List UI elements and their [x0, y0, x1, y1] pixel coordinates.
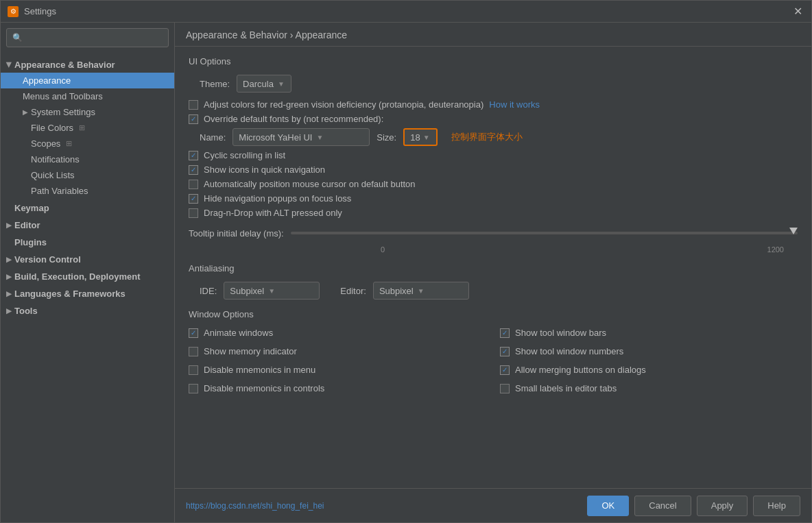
auto-position-label: Automatically position mouse cursor on d… [204, 179, 416, 189]
sidebar-item-file-colors[interactable]: File Colors ⊞ [1, 120, 174, 136]
breadcrumb: Appearance & Behavior › Appearance [175, 23, 811, 47]
sidebar-item-languages-frameworks[interactable]: ▶ Languages & Frameworks [1, 284, 174, 302]
animate-windows-label: Animate windows [204, 328, 273, 338]
sidebar-item-scopes[interactable]: Scopes ⊞ [1, 136, 174, 151]
show-memory-row: Show memory indicator [189, 346, 486, 356]
disable-mnemonics-controls-checkbox[interactable] [189, 384, 198, 393]
animate-windows-checkbox[interactable] [189, 328, 198, 338]
size-label: Size: [377, 132, 396, 143]
sidebar-item-keymap[interactable]: Keymap [1, 199, 174, 216]
sidebar-item-label: Tools [14, 306, 38, 316]
drag-drop-checkbox[interactable] [189, 208, 198, 218]
show-tool-bars-label: Show tool window bars [515, 328, 606, 338]
hide-popups-row: Hide navigation popups on focus loss [189, 193, 798, 204]
sidebar: 🔍 ▶ Appearance & Behavior Appearance Men… [1, 23, 175, 522]
show-tool-numbers-checkbox[interactable] [500, 347, 510, 356]
sidebar-item-quick-lists[interactable]: Quick Lists [1, 167, 174, 183]
settings-content: UI Options Theme: Darcula ▼ Adjust color… [175, 47, 811, 488]
cyclic-scrolling-label: Cyclic scrolling in list [204, 150, 285, 160]
sidebar-item-label: Menus and Toolbars [23, 91, 103, 101]
adjust-colors-checkbox[interactable] [189, 100, 198, 110]
font-name-value: Microsoft YaHei UI [239, 132, 312, 143]
expand-icon: ▶ [6, 256, 12, 263]
help-button[interactable]: Help [753, 496, 800, 516]
sidebar-item-label: Version Control [14, 254, 81, 265]
expand-icon: ▶ [6, 273, 12, 280]
hide-popups-checkbox[interactable] [189, 194, 198, 204]
right-panel: Appearance & Behavior › Appearance UI Op… [175, 23, 811, 522]
theme-value: Darcula [243, 79, 274, 89]
sidebar-item-label: Languages & Frameworks [14, 289, 126, 299]
sidebar-item-build-execution[interactable]: ▶ Build, Execution, Deployment [1, 267, 174, 284]
adjust-colors-label: Adjust colors for red-green vision defic… [204, 99, 483, 110]
sidebar-item-system-settings[interactable]: ▶ System Settings [1, 104, 174, 120]
sidebar-item-editor[interactable]: ▶ Editor [1, 216, 174, 233]
show-memory-label: Show memory indicator [204, 346, 297, 356]
sidebar-item-appearance[interactable]: Appearance [1, 73, 174, 88]
disable-mnemonics-menu-checkbox[interactable] [189, 365, 198, 375]
slider-thumb [789, 228, 798, 234]
name-label: Name: [200, 132, 226, 143]
sidebar-item-label: Editor [14, 220, 40, 230]
small-labels-row: Small labels in editor tabs [500, 383, 798, 393]
sidebar-item-label: Notifications [31, 154, 80, 165]
show-tool-bars-checkbox[interactable] [500, 328, 510, 338]
show-icons-row: Show icons in quick navigation [189, 165, 798, 175]
sidebar-item-plugins[interactable]: Plugins [1, 233, 174, 250]
slider-min-label: 0 [381, 245, 385, 254]
theme-dropdown[interactable]: Darcula ▼ [237, 75, 291, 93]
close-button[interactable]: ✕ [791, 5, 804, 19]
font-size-dropdown[interactable]: 18 ▼ [403, 128, 438, 146]
auto-position-checkbox[interactable] [189, 180, 198, 189]
sidebar-item-menus-toolbars[interactable]: Menus and Toolbars [1, 88, 174, 104]
tooltip-slider[interactable] [291, 225, 798, 241]
sidebar-item-label: System Settings [31, 107, 95, 117]
drag-drop-row: Drag-n-Drop with ALT pressed only [189, 208, 798, 218]
show-icons-label: Show icons in quick navigation [204, 165, 325, 175]
disable-mnemonics-controls-label: Disable mnemonics in controls [204, 383, 324, 393]
sidebar-item-label: Scopes [31, 138, 60, 149]
editor-dropdown[interactable]: Subpixel ▼ [373, 282, 469, 300]
font-name-dropdown[interactable]: Microsoft YaHei UI ▼ [232, 128, 370, 146]
override-fonts-checkbox[interactable] [189, 114, 198, 124]
copy-icon: ⊞ [79, 123, 85, 132]
slider-labels: 0 1200 [381, 245, 784, 254]
cyclic-scrolling-checkbox[interactable] [189, 151, 198, 160]
sidebar-item-notifications[interactable]: Notifications [1, 151, 174, 167]
sidebar-item-label: Keymap [14, 203, 49, 213]
sidebar-item-label: Quick Lists [31, 170, 75, 180]
hide-popups-label: Hide navigation popups on focus loss [204, 193, 351, 204]
chinese-annotation: 控制界面字体大小 [451, 131, 523, 143]
search-icon: 🔍 [12, 33, 23, 42]
dropdown-arrow-icon: ▼ [423, 134, 430, 141]
window-options-section: Window Options Animate windows Show tool… [189, 309, 798, 398]
sidebar-item-tools[interactable]: ▶ Tools [1, 302, 174, 319]
allow-merging-checkbox[interactable] [500, 365, 510, 375]
ide-dropdown[interactable]: Subpixel ▼ [224, 282, 320, 300]
cancel-button[interactable]: Cancel [634, 496, 691, 516]
disable-mnemonics-controls-row: Disable mnemonics in controls [189, 383, 486, 393]
sidebar-item-path-variables[interactable]: Path Variables [1, 183, 174, 199]
theme-label: Theme: [200, 79, 230, 89]
override-fonts-label: Override default fonts by (not recommend… [204, 114, 383, 124]
search-input[interactable] [27, 33, 163, 43]
search-box[interactable]: 🔍 [6, 28, 169, 47]
show-icons-checkbox[interactable] [189, 165, 198, 175]
adjust-colors-row: Adjust colors for red-green vision defic… [189, 99, 798, 110]
sidebar-item-label: Appearance & Behavior [14, 60, 115, 70]
override-fonts-row: Override default fonts by (not recommend… [189, 114, 798, 124]
small-labels-checkbox[interactable] [500, 384, 510, 393]
bottom-link[interactable]: https://blog.csdn.net/shi_hong_fei_hei [186, 501, 324, 511]
button-group: OK Cancel Apply Help [587, 496, 800, 516]
copy-icon: ⊞ [66, 139, 72, 148]
sidebar-item-label: Plugins [14, 237, 47, 247]
show-tool-numbers-row: Show tool window numbers [500, 346, 798, 356]
how-it-works-link[interactable]: How it works [489, 99, 540, 110]
ok-button[interactable]: OK [587, 496, 629, 516]
sidebar-item-appearance-behavior[interactable]: ▶ Appearance & Behavior [1, 56, 174, 73]
show-memory-checkbox[interactable] [189, 347, 198, 356]
tooltip-row: Tooltip initial delay (ms): [189, 225, 798, 241]
sidebar-item-version-control[interactable]: ▶ Version Control [1, 250, 174, 267]
apply-button[interactable]: Apply [697, 496, 748, 516]
ui-options-title: UI Options [189, 56, 798, 66]
